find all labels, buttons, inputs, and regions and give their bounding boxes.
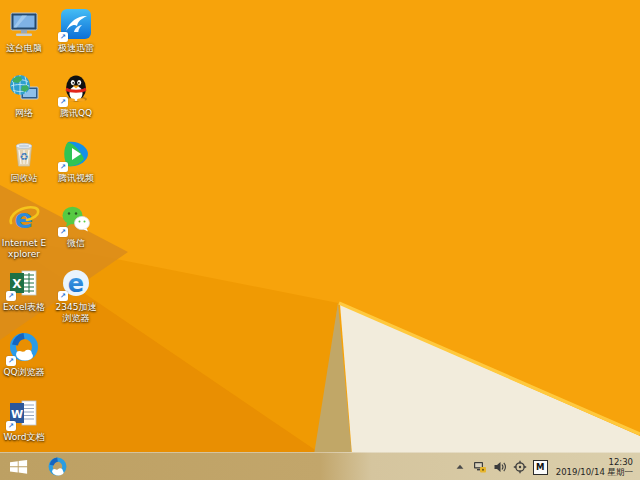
shortcut-arrow-icon: ↗ [6,356,16,366]
qq-browser-icon: ↗ [8,332,40,364]
icon-label: Word文档 [3,432,44,443]
shortcut-arrow-icon: ↗ [58,162,68,172]
2345-browser-icon: e ↗ [60,267,92,299]
clock-time: 12:30 [556,457,633,468]
tencent-qq-icon: ↗ [60,73,92,105]
icon-label: 微信 [67,238,85,249]
2345-letter: e [68,270,84,298]
utility-crosshair-icon[interactable] [512,459,528,475]
icon-label: 2345加速浏览器 [52,302,100,324]
icon-label: Internet Explorer [0,238,48,260]
shortcut-arrow-icon: ↗ [58,291,68,301]
desktop-icon-wechat[interactable]: ↗ 微信 [52,203,100,249]
xunlei-icon: ↗ [60,8,92,40]
icon-label: 网络 [15,108,33,119]
windows-logo-icon [10,459,28,475]
shortcut-arrow-icon: ↗ [6,421,16,431]
word-icon: W ↗ [8,397,40,429]
this-pc-icon [8,8,40,40]
desktop-icon-tencent-video[interactable]: ↗ 腾讯视频 [52,138,100,184]
taskbar: M 12:30 2019/10/14 星期一 [0,452,640,480]
desktop-icon-xunlei[interactable]: ↗ 极速迅雷 [52,8,100,54]
qq-browser-taskbar-icon [47,457,68,478]
wechat-icon: ↗ [60,203,92,235]
recycle-bin-icon: ♻ [8,138,40,170]
desktop-screen: 这台电脑 ↗ 极速迅雷 网络 [0,0,640,480]
desktop-icon-qq-browser[interactable]: ↗ QQ浏览器 [0,332,48,378]
network-status-icon[interactable] [472,459,488,475]
ime-label: M [536,462,544,472]
icon-label: 这台电脑 [6,43,42,54]
system-tray: M 12:30 2019/10/14 星期一 [450,453,640,480]
icon-label: 腾讯QQ [60,108,92,119]
shortcut-arrow-icon: ↗ [6,291,16,301]
excel-letter: X [12,277,22,291]
clock-date: 2019/10/14 星期一 [556,467,633,478]
shortcut-arrow-icon: ↗ [58,227,68,237]
icon-label: QQ浏览器 [3,367,44,378]
desktop-icon-recycle-bin[interactable]: ♻ 回收站 [0,138,48,184]
taskbar-pinned-qq-browser[interactable] [42,453,72,480]
desktop-icon-tencent-qq[interactable]: ↗ 腾讯QQ [52,73,100,119]
word-letter: W [11,408,23,421]
excel-icon: X ↗ [8,267,40,299]
icon-label: 腾讯视频 [58,173,94,184]
desktop-icon-this-pc[interactable]: 这台电脑 [0,8,48,54]
desktop-icon-word[interactable]: W ↗ Word文档 [0,397,48,443]
tencent-video-icon: ↗ [60,138,92,170]
internet-explorer-icon: e [8,203,40,235]
desktop-icon-excel[interactable]: X ↗ Excel表格 [0,267,48,313]
icon-label: 极速迅雷 [58,43,94,54]
ime-indicator[interactable]: M [533,460,548,475]
taskbar-clock[interactable]: 12:30 2019/10/14 星期一 [556,457,633,478]
desktop-icon-internet-explorer[interactable]: e Internet Explorer [0,203,48,260]
start-button[interactable] [0,453,38,480]
icon-label: Excel表格 [3,302,45,313]
volume-icon[interactable] [492,459,508,475]
shortcut-arrow-icon: ↗ [58,32,68,42]
network-icon [8,73,40,105]
recycle-symbol: ♻ [20,151,29,162]
desktop-icon-2345-browser[interactable]: e ↗ 2345加速浏览器 [52,267,100,324]
desktop-icon-network[interactable]: 网络 [0,73,48,119]
shortcut-arrow-icon: ↗ [58,97,68,107]
hidden-icons-chevron[interactable] [452,459,468,475]
icon-label: 回收站 [11,173,38,184]
